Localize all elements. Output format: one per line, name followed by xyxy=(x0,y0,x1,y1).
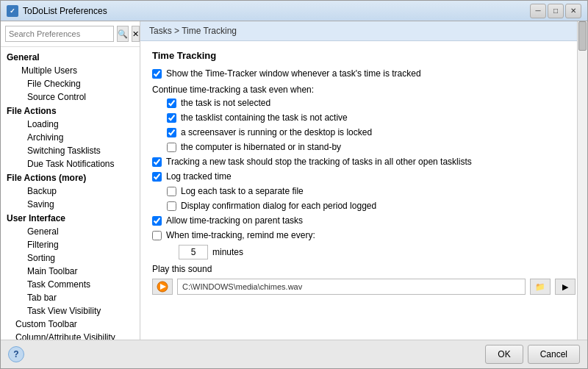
nav-item-main-toolbar[interactable]: Main Toolbar xyxy=(1,265,140,278)
help-button[interactable]: ? xyxy=(8,346,24,362)
log-each-checkbox[interactable] xyxy=(167,187,176,196)
section-title: Time Tracking xyxy=(152,50,576,61)
preferences-window: ✓ ToDoList Preferences ─ □ ✕ 🔍 ✕ General… xyxy=(0,0,588,369)
clear-search-button[interactable]: ✕ xyxy=(132,26,140,42)
sound-path-row: 📁 ▶ xyxy=(152,279,576,295)
ok-button[interactable]: OK xyxy=(485,345,523,364)
nav-item-sorting[interactable]: Sorting xyxy=(1,251,140,265)
show-tracker-row: Show the Time-Tracker window whenever a … xyxy=(152,68,576,79)
show-tracker-label: Show the Time-Tracker window whenever a … xyxy=(166,68,421,79)
nav-item-source-control[interactable]: Source Control xyxy=(1,90,140,104)
nav-item-saving[interactable]: Saving xyxy=(1,198,140,211)
nav-item-file-checking[interactable]: File Checking xyxy=(1,77,140,90)
nav-group-file-actions-more: File Actions (more) xyxy=(1,171,140,184)
window-title: ToDoList Preferences xyxy=(23,6,530,16)
nav-group-user-interface: User Interface xyxy=(1,211,140,225)
nav-item-task-comments[interactable]: Task Comments xyxy=(1,278,140,291)
search-bar: 🔍 ✕ xyxy=(1,21,140,47)
nav-item-switching-tasklists[interactable]: Switching Tasklists xyxy=(1,144,140,157)
screensaver-checkbox[interactable] xyxy=(167,128,176,137)
nav-group-file-actions: File Actions xyxy=(1,104,140,118)
nav-item-archiving[interactable]: Archiving xyxy=(1,131,140,144)
remind-unit-label: minutes xyxy=(212,247,243,257)
scrollbar-thumb[interactable] xyxy=(578,21,587,51)
maximize-button[interactable]: □ xyxy=(548,4,564,18)
cancel-button[interactable]: Cancel xyxy=(528,345,580,364)
log-each-label: Log each task to a separate file xyxy=(181,186,304,196)
remind-interval-input[interactable] xyxy=(179,245,208,259)
bottom-bar: ? OK Cancel xyxy=(1,340,587,368)
close-button[interactable]: ✕ xyxy=(565,4,581,18)
hibernate-checkbox[interactable] xyxy=(167,143,176,152)
log-tracked-checkbox[interactable] xyxy=(152,172,162,182)
nav-item-tab-bar[interactable]: Tab bar xyxy=(1,291,140,304)
minimize-button[interactable]: ─ xyxy=(530,4,546,18)
screensaver-row: a screensaver is running or the desktop … xyxy=(167,127,576,137)
hibernate-row: the computer is hibernated or in stand-b… xyxy=(167,142,576,152)
display-confirm-checkbox[interactable] xyxy=(167,201,176,211)
log-tracked-label: Log tracked time xyxy=(166,171,232,182)
log-tracked-row: Log tracked time xyxy=(152,171,576,182)
search-input[interactable] xyxy=(5,26,114,42)
tracking-stop-checkbox[interactable] xyxy=(152,157,162,167)
nav-item-backup[interactable]: Backup xyxy=(1,184,140,198)
title-bar: ✓ ToDoList Preferences ─ □ ✕ xyxy=(1,1,587,21)
remind-every-row: When time-tracking, remind me every: xyxy=(152,230,576,240)
tracking-stop-label: Tracking a new task should stop the trac… xyxy=(166,157,472,167)
breadcrumb: Tasks > Time Tracking xyxy=(140,21,587,41)
dialog-buttons: OK Cancel xyxy=(485,345,580,364)
continue-label: Continue time-tracking a task even when: xyxy=(152,85,576,95)
browse-sound-button[interactable]: 📁 xyxy=(530,279,551,295)
screensaver-label: a screensaver is running or the desktop … xyxy=(181,127,372,137)
nav-item-multiple-users[interactable]: Multiple Users xyxy=(1,64,140,77)
right-panel-wrapper: Tasks > Time Tracking Time Tracking Show… xyxy=(140,21,587,340)
not-selected-checkbox[interactable] xyxy=(167,98,176,108)
not-selected-label: the task is not selected xyxy=(181,98,270,108)
display-confirm-label: Display confirmation dialog for each per… xyxy=(181,201,376,211)
not-active-label: the tasklist containing the task is not … xyxy=(181,112,348,123)
allow-parent-checkbox[interactable] xyxy=(152,216,162,226)
play-sound-label-row: Play this sound xyxy=(152,264,576,274)
not-active-checkbox[interactable] xyxy=(167,113,176,123)
search-button[interactable]: 🔍 xyxy=(117,26,129,42)
remind-every-label: When time-tracking, remind me every: xyxy=(166,230,315,240)
sound-path-input[interactable] xyxy=(177,279,526,295)
not-selected-row: the task is not selected xyxy=(167,98,576,108)
main-content: Time Tracking Show the Time-Tracker wind… xyxy=(140,41,587,340)
nav-item-ui-general[interactable]: General xyxy=(1,225,140,238)
nav-tree: General Multiple Users File Checking Sou… xyxy=(1,47,140,340)
play-sound-label: Play this sound xyxy=(152,264,212,274)
content-area: 🔍 ✕ General Multiple Users File Checking… xyxy=(1,21,587,340)
remind-interval-group: minutes xyxy=(179,245,576,259)
sound-icon xyxy=(152,279,173,295)
scrollbar[interactable] xyxy=(577,21,587,340)
right-panel: Tasks > Time Tracking Time Tracking Show… xyxy=(140,21,587,340)
allow-parent-row: Allow time-tracking on parent tasks xyxy=(152,215,576,226)
not-active-row: the tasklist containing the task is not … xyxy=(167,112,576,123)
window-controls: ─ □ ✕ xyxy=(530,4,581,18)
nav-item-filtering[interactable]: Filtering xyxy=(1,238,140,251)
allow-parent-label: Allow time-tracking on parent tasks xyxy=(166,215,303,226)
play-sound-button[interactable]: ▶ xyxy=(555,279,576,295)
nav-item-loading[interactable]: Loading xyxy=(1,118,140,131)
hibernate-label: the computer is hibernated or in stand-b… xyxy=(181,142,341,152)
display-confirm-row: Display confirmation dialog for each per… xyxy=(167,201,576,211)
show-tracker-checkbox[interactable] xyxy=(152,69,162,79)
nav-group-general: General xyxy=(1,50,140,64)
app-icon: ✓ xyxy=(7,5,18,17)
nav-item-due-task-notifications[interactable]: Due Task Notifications xyxy=(1,157,140,171)
tracking-stop-row: Tracking a new task should stop the trac… xyxy=(152,157,576,167)
left-panel: 🔍 ✕ General Multiple Users File Checking… xyxy=(1,21,140,340)
nav-item-task-view-visibility[interactable]: Task View Visibility xyxy=(1,304,140,318)
log-each-row: Log each task to a separate file xyxy=(167,186,576,196)
nav-item-custom-toolbar[interactable]: Custom Toolbar xyxy=(1,318,140,331)
remind-every-checkbox[interactable] xyxy=(152,231,162,240)
nav-item-column-attribute-visibility[interactable]: Column/Attribute Visibility xyxy=(1,331,140,340)
